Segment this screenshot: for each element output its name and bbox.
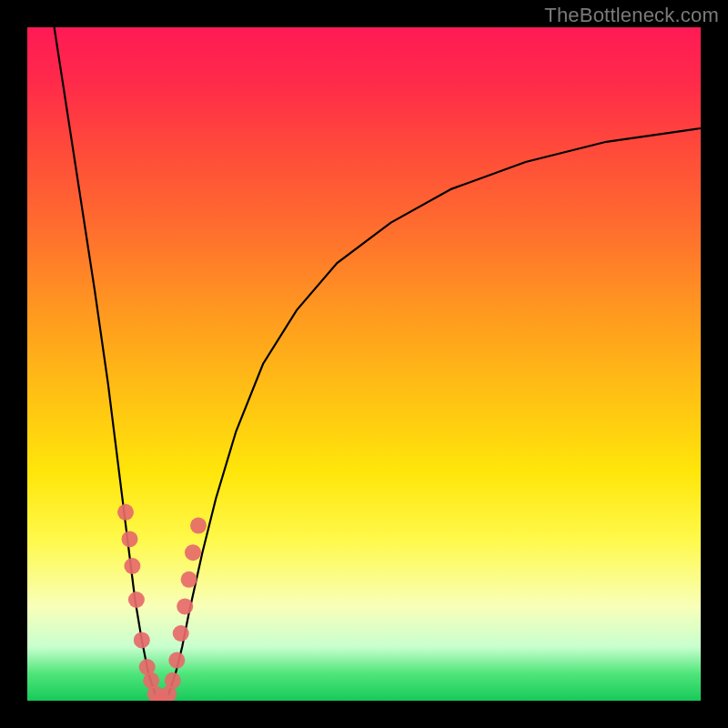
data-point-marker	[177, 598, 193, 614]
plot-area	[27, 27, 701, 701]
data-point-marker	[122, 531, 138, 547]
curve-right-branch	[162, 128, 701, 701]
curve-layer	[27, 27, 701, 701]
data-point-marker	[134, 632, 150, 648]
data-point-marker	[124, 558, 140, 574]
data-point-marker	[185, 544, 201, 561]
data-point-marker	[165, 672, 181, 689]
data-point-markers	[117, 504, 207, 701]
data-point-marker	[173, 625, 189, 642]
data-point-marker	[181, 571, 197, 588]
data-point-marker	[190, 518, 207, 534]
chart-frame: TheBottleneck.com	[0, 0, 728, 728]
watermark-text: TheBottleneck.com	[544, 4, 719, 27]
data-point-marker	[168, 652, 185, 669]
data-point-marker	[117, 504, 134, 521]
curve-left-branch	[55, 27, 162, 701]
data-point-marker	[128, 592, 145, 608]
